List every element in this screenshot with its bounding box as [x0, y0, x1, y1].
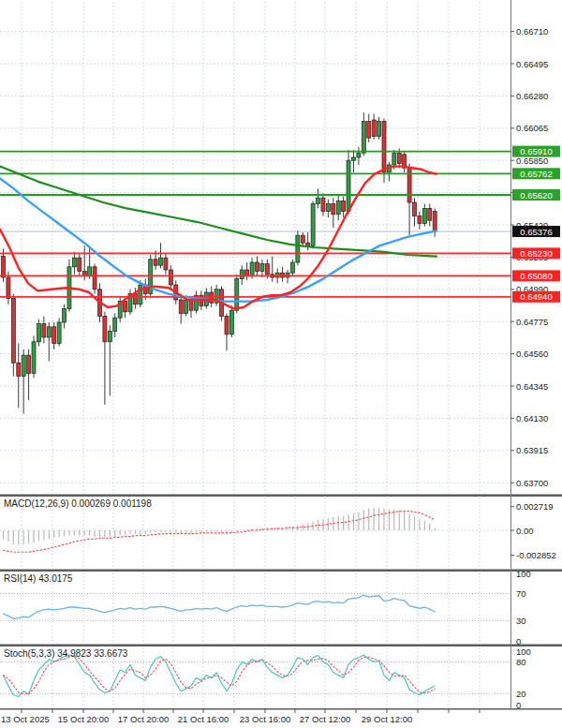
y-axis-label: 0.66710: [516, 26, 548, 37]
x-axis-label: 21 Oct 16:00: [178, 714, 229, 724]
price-badge-label: 0.65230: [520, 248, 552, 259]
y-axis-label: 0.66280: [516, 91, 548, 101]
y-axis-label: 0.64345: [516, 381, 548, 392]
y-axis-label: 0.64130: [516, 413, 548, 423]
rsi-scale-label: 100: [516, 569, 531, 579]
x-axis-label: 27 Oct 12:00: [300, 714, 350, 724]
candlesticks: [2, 112, 437, 414]
ma-blue-line: [0, 178, 436, 301]
rsi-indicator-label: RSI(14) 43.0175: [4, 573, 72, 584]
rsi-scale-label: 70: [516, 588, 526, 599]
rsi-scale-label: 30: [516, 616, 526, 626]
stoch-scale-label: 0: [516, 700, 521, 710]
chart-canvas[interactable]: 0.667100.664950.662800.660650.658500.656…: [0, 0, 562, 728]
macd-scale-label: 0.002719: [516, 501, 554, 512]
x-axis-label: 15 Oct 20:00: [58, 714, 109, 724]
x-axis-labels: 13 Oct 202515 Oct 20:0017 Oct 20:0021 Oc…: [1, 714, 412, 724]
macd-scale-labels: 0.0027190.00-0.002852: [516, 501, 556, 560]
ma-red-line: [0, 167, 436, 309]
indicator-level-lines: [0, 594, 510, 694]
stoch-k-line: [4, 655, 436, 696]
x-axis-label: 23 Oct 16:00: [240, 714, 290, 724]
price-badge-label: 0.65620: [520, 190, 552, 201]
macd-scale-label: -0.002852: [516, 550, 556, 560]
y-axis-label: 0.63915: [516, 445, 548, 455]
stoch-scale-label: 20: [516, 689, 526, 699]
rsi-scale-label: 0: [516, 636, 521, 646]
trading-chart-window: 0.667100.664950.662800.660650.658500.656…: [0, 0, 562, 728]
price-badge-label: 0.65080: [520, 271, 552, 281]
y-axis-label: 0.66495: [516, 59, 548, 69]
macd-histogram: [4, 508, 436, 545]
time-gridlines: [22, 2, 480, 707]
rsi-line: [4, 595, 436, 618]
ma-green-line: [0, 167, 436, 257]
y-axis-label: 0.63700: [516, 478, 548, 488]
axis-tick-marks: [22, 32, 514, 713]
price-badge-label: 0.65762: [520, 169, 552, 179]
rsi-scale-labels: 10070300: [516, 569, 531, 646]
x-axis-label: 13 Oct 2025: [1, 714, 50, 724]
stoch-scale-label: 80: [516, 657, 526, 667]
y-axis-label: 0.66065: [516, 123, 548, 133]
price-badge-label: 0.65910: [520, 146, 552, 156]
stoch-indicator-label: Stoch(5,3,3) 34.9823 33.6673: [4, 648, 127, 659]
price-badge-label: 0.64940: [520, 291, 552, 302]
y-axis-label: 0.64560: [516, 349, 548, 359]
support-lines: [0, 253, 510, 296]
y-axis-label: 0.64775: [516, 317, 548, 327]
stoch-scale-labels: 10080200: [516, 646, 531, 710]
macd-scale-label: 0.00: [516, 526, 534, 536]
x-axis-label: 17 Oct 20:00: [118, 714, 169, 724]
x-axis-label: 29 Oct 12:00: [362, 714, 412, 724]
macd-indicator-label: MACD(12,26,9) 0.000269 0.001198: [4, 498, 152, 509]
stoch-scale-label: 100: [516, 646, 531, 657]
macd-signal-line: [4, 512, 436, 553]
price-badge-label: 0.65376: [520, 227, 552, 237]
